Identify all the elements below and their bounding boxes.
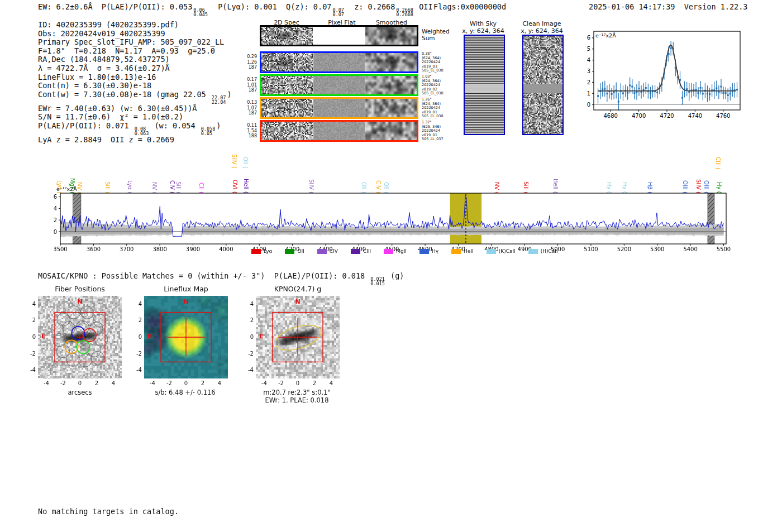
info-line: Primary Spec_Slot_IFU_AMP: 505_097_022_L…	[38, 38, 232, 47]
info-line: LyA z = 2.8849 OII z = 0.2669	[38, 136, 232, 145]
spec2d-row-right-meta: 1.03"(624, 364)20220424v019_02505_LL_038	[422, 75, 444, 96]
pixel-flat-image	[313, 53, 365, 71]
compass-east-label: E	[41, 333, 46, 340]
spec2d-image	[261, 27, 313, 45]
pixel-flat-image	[313, 27, 365, 45]
lineflux-map-cutout: Lineflux Map s/b: 6.48 +/- 0.116 420-2-4…	[131, 285, 240, 405]
spec2d-row-left-stats: 0.171.01187	[240, 77, 257, 93]
svg-text:4000: 4000	[219, 246, 233, 251]
axis-tick-label: 0	[25, 334, 36, 340]
svg-text:5: 5	[587, 46, 590, 52]
pixel-flat-image	[313, 76, 365, 94]
spectral-line-label: OII (	[242, 157, 249, 169]
header-datetime-version: 2025-01-06 14:17:39 Version 1.22.3	[589, 2, 747, 11]
smoothed-image	[365, 27, 417, 45]
clean-image-title-line: Clean Image	[517, 20, 567, 27]
legend-color-patch	[251, 249, 261, 254]
legend-color-patch	[351, 249, 360, 254]
legend-item: (K)CaII	[487, 248, 516, 254]
legend-item: CIV	[317, 248, 338, 254]
legend-color-patch	[419, 249, 429, 254]
svg-text:1: 1	[587, 90, 590, 97]
axis-tick-label: -2	[273, 380, 289, 386]
with-sky-image	[464, 35, 505, 135]
svg-text:2: 2	[587, 79, 590, 85]
compass-east-label: E	[259, 333, 264, 340]
spec2d-image	[261, 53, 313, 71]
kpno-cutout: KPNO(24.7) g m:20.7 re:2.3" s:0.1" EWr: …	[242, 285, 351, 413]
spec2d-row-right-meta: 1.26"(624, 364)20220424v019_01505_LL_038	[422, 98, 444, 119]
axis-tick-label: 2	[306, 380, 323, 386]
axis-tick-label: 4	[323, 380, 340, 386]
info-line: Obs: 20220424v019_4020235399	[38, 30, 232, 39]
svg-text:3600: 3600	[87, 246, 101, 251]
axis-tick-label: 2	[242, 317, 254, 323]
compass-north-label: N	[256, 298, 340, 305]
elixer-detection-report: EW: 6.2±0.6Å P(LAE)/P(OII): 0.0530.060.0…	[0, 0, 782, 532]
svg-text:6: 6	[54, 194, 57, 200]
svg-text:5500: 5500	[717, 246, 731, 251]
kpno-title: KPNO(24.7) g	[256, 285, 340, 293]
axis-tick-label: 2	[25, 317, 36, 323]
spec2d-row-right-meta: 1.37"(625, 346)20220424v019_01505_LL_037	[422, 121, 444, 142]
info-line: F=1.8" T=0.218 N=1.17 A=0.93 g=25.0	[38, 47, 232, 56]
lineflux-caption: s/b: 6.48 +/- 0.116	[131, 389, 240, 396]
svg-text:5300: 5300	[650, 246, 664, 251]
spec2d-panel: 2D Spec Pixel Flat Smoothed WeightedSum0…	[240, 19, 464, 147]
axis-tick-label: -4	[131, 367, 142, 373]
pixel-flat-image	[313, 99, 365, 117]
mosaic-match-line: MOSAIC/KPNO : Possible Matches = 0 (with…	[38, 271, 404, 286]
axis-tick-label: 0	[289, 380, 306, 386]
with-sky-title: With Sky x, y: 624, 364	[458, 20, 508, 35]
svg-text:5100: 5100	[584, 246, 598, 251]
axis-tick-label: -2	[161, 380, 178, 386]
legend-item: HeII	[451, 248, 474, 254]
axis-tick-label: -2	[242, 351, 254, 357]
kpno-caption-ew-plae: EWr: 1. PLAE: 0.018	[242, 396, 351, 404]
axis-tick-label: 0	[178, 380, 194, 386]
spec2d-row	[260, 74, 418, 96]
footer-line: No matching targets in catalog.	[38, 507, 179, 516]
spec2d-row-left-stats: 0.131.07187	[240, 100, 257, 116]
svg-text:6: 6	[587, 35, 590, 41]
with-sky-coords: x, y: 624, 364	[458, 27, 508, 35]
svg-text:0: 0	[54, 229, 57, 235]
legend-color-patch	[487, 249, 496, 254]
axis-tick-label: -4	[144, 380, 161, 386]
legend-color-patch	[285, 249, 294, 254]
legend-color-patch	[384, 249, 393, 254]
svg-text:4: 4	[587, 57, 590, 63]
spec2d-row	[260, 51, 418, 73]
axis-tick-label: -4	[256, 380, 273, 386]
axis-tick-label: 2	[88, 380, 105, 386]
info-line: Cont(w) = 7.30(±0.08)e-18 (gmag 22.05 22…	[38, 90, 232, 104]
line-fit-plot: 468047004720474047600123456e⁻¹⁷x2Å	[578, 26, 746, 126]
spec2d-row-left-stats: 0.111.54188	[240, 123, 257, 139]
info-line: EWr = 7.40(±0.63) (w: 6.30(±0.45))Å	[38, 104, 232, 113]
svg-text:3800: 3800	[152, 246, 166, 251]
legend-item: MgII	[384, 248, 407, 254]
info-line: Cont(n) = 6.30(±0.30)e-18	[38, 82, 232, 90]
spec2d-row-right-meta: 0.38"(624, 364)20220424v019_03505_LL_038	[422, 52, 444, 73]
info-line: P(LAE)/P(OII): 0.071 0.080.063 (w: 0.054…	[38, 122, 232, 136]
lineflux-map-title: Lineflux Map	[144, 285, 228, 293]
fiber-positions-cutout: Fiber Positions arcsecs 420-2-4-4-2024NE	[25, 285, 133, 405]
svg-text:5200: 5200	[617, 246, 631, 251]
footer-note: No matching targets in catalog. Row inte…	[38, 489, 179, 532]
axis-tick-label: -2	[25, 351, 36, 357]
axis-tick-label: 0	[131, 334, 142, 340]
legend-item: (H)CaII	[528, 248, 558, 254]
header-summary: EW: 6.2±0.6Å P(LAE)/P(OII): 0.0530.060.0…	[38, 2, 433, 17]
smoothed-image	[365, 76, 417, 94]
legend-item: CIII	[351, 248, 371, 254]
fiber-xlabel: arcsecs	[38, 389, 122, 396]
spectrum-legend: LyαOIICIVCIIIMgIIHγHeII(K)CaII(H)CaII	[251, 248, 571, 254]
svg-text:3: 3	[587, 68, 590, 74]
svg-text:4720: 4720	[660, 113, 674, 119]
clean-image-coords: x, y: 624, 364	[517, 27, 567, 35]
compass-east-label: E	[147, 333, 152, 340]
axis-tick-label: 4	[242, 301, 254, 307]
info-line: RA,Dec (184.484879,52.437275)	[38, 55, 232, 64]
compass-north-label: N	[144, 298, 228, 305]
legend-color-patch	[451, 249, 461, 254]
